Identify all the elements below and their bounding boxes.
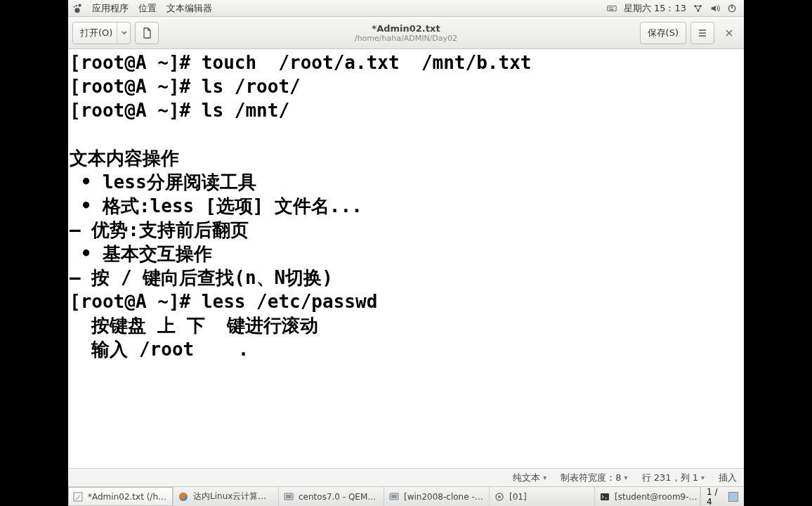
- vm-icon: [388, 491, 400, 502]
- chevron-down-icon: ▾: [543, 474, 546, 481]
- taskbar-item-label: [student@room9-…: [615, 492, 698, 502]
- svg-point-3: [74, 8, 79, 13]
- svg-rect-19: [391, 495, 397, 498]
- insert-mode-label: 插入: [719, 472, 737, 484]
- taskbar-item-label: [win2008-clone -…: [404, 492, 483, 502]
- editor-icon: [72, 491, 84, 502]
- open-button-label: 打开(O): [80, 27, 112, 39]
- svg-point-0: [78, 4, 81, 6]
- gnome-logo-icon: [72, 4, 82, 13]
- taskbar-item-vm1[interactable]: centos7.0 - QEM…: [279, 487, 384, 506]
- syntax-label: 纯文本: [513, 472, 540, 484]
- svg-point-2: [74, 6, 75, 7]
- chevron-down-icon: ▾: [701, 474, 705, 481]
- bottom-panel: *Admin02.txt (/h… 达内Linux云计算… centos7.0 …: [68, 486, 744, 506]
- tab-width-selector[interactable]: 制表符宽度：8 ▾: [561, 472, 627, 484]
- syntax-mode-selector[interactable]: 纯文本 ▾: [513, 472, 546, 484]
- svg-rect-7: [613, 7, 614, 8]
- menu-applications[interactable]: 应用程序: [92, 2, 129, 15]
- svg-rect-8: [609, 8, 613, 9]
- text-area[interactable]: [root@A ~]# touch /root/a.txt /mnt/b.txt…: [68, 49, 744, 468]
- pager-label: 1 / 4: [707, 487, 721, 507]
- taskbar-item-terminal[interactable]: [student@room9-…: [595, 487, 700, 506]
- svg-rect-17: [286, 495, 292, 498]
- menu-text-editor[interactable]: 文本编辑器: [166, 2, 212, 15]
- svg-rect-6: [610, 7, 612, 8]
- save-button[interactable]: 保存(S): [640, 22, 686, 44]
- terminal-icon: [599, 491, 610, 502]
- svg-rect-22: [601, 493, 609, 500]
- chevron-down-icon[interactable]: [117, 22, 127, 44]
- network-icon[interactable]: [693, 4, 703, 13]
- taskbar-item-label: centos7.0 - QEM…: [299, 492, 376, 502]
- headerbar: 打开(O) *Admin02.txt /home/haha/ADMIN/Day0…: [68, 17, 744, 49]
- svg-rect-5: [608, 7, 610, 8]
- menu-places[interactable]: 位置: [138, 2, 157, 15]
- top-panel: 应用程序 位置 文本编辑器 星期六 15：13: [68, 0, 744, 17]
- firefox-icon: [178, 491, 189, 502]
- chevron-down-icon: ▾: [624, 474, 628, 481]
- new-document-button[interactable]: [135, 22, 159, 44]
- open-button[interactable]: 打开(O): [72, 22, 131, 44]
- document-icon: [141, 27, 152, 39]
- workspace-pager[interactable]: 1 / 4: [700, 487, 744, 506]
- svg-point-21: [498, 495, 501, 498]
- vm-icon: [283, 491, 294, 502]
- taskbar-item-label: [01]: [509, 492, 527, 502]
- taskbar-item-firefox[interactable]: 达内Linux云计算…: [173, 487, 279, 506]
- position-label: 行 231，列 1: [642, 472, 698, 484]
- svg-point-1: [75, 4, 77, 6]
- status-bar: 纯文本 ▾ 制表符宽度：8 ▾ 行 231，列 1 ▾ 插入: [68, 468, 744, 486]
- keyboard-icon[interactable]: [607, 4, 617, 13]
- gedit-window: 打开(O) *Admin02.txt /home/haha/ADMIN/Day0…: [68, 17, 744, 486]
- image-viewer-icon: [494, 491, 505, 502]
- taskbar-item-label: *Admin02.txt (/h…: [88, 492, 166, 502]
- power-icon[interactable]: [727, 4, 737, 13]
- hamburger-icon: [698, 28, 707, 38]
- svg-rect-4: [608, 6, 616, 11]
- close-icon: ×: [724, 26, 733, 39]
- cursor-position[interactable]: 行 231，列 1 ▾: [642, 472, 705, 484]
- workspace-1[interactable]: [728, 492, 738, 502]
- taskbar-item-gedit[interactable]: *Admin02.txt (/h…: [68, 487, 173, 506]
- taskbar-item-label: 达内Linux云计算…: [193, 491, 266, 502]
- tabwidth-label: 制表符宽度：8: [561, 472, 621, 484]
- clock[interactable]: 星期六 15：13: [624, 2, 686, 15]
- taskbar-item-vm2[interactable]: [win2008-clone -…: [384, 487, 490, 506]
- close-button[interactable]: ×: [719, 26, 740, 39]
- volume-icon[interactable]: [710, 4, 720, 13]
- document-content: [root@A ~]# touch /root/a.txt /mnt/b.txt…: [70, 51, 742, 361]
- hamburger-menu-button[interactable]: [690, 22, 714, 44]
- taskbar-item-image[interactable]: [01]: [490, 487, 595, 506]
